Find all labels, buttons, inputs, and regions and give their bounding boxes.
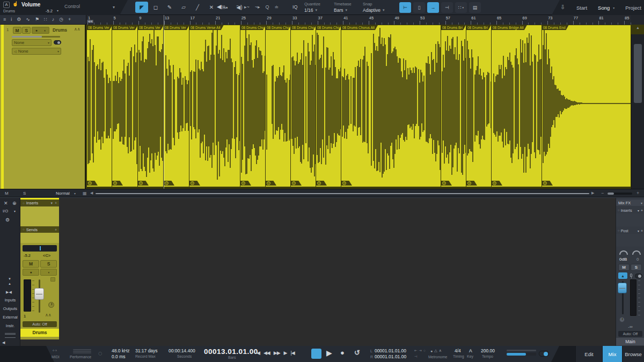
- rail-tab-outputs[interactable]: Outputs: [0, 306, 20, 311]
- zoom-out-icon[interactable]: −: [601, 190, 604, 196]
- close-icon[interactable]: ✕: [4, 201, 8, 206]
- macro-control-block[interactable]: A ☝ Volume Drums -5.2 ▾ Control ▾: [0, 0, 128, 15]
- input-monitor-toggle[interactable]: [54, 40, 61, 45]
- channel-name-label[interactable]: Drums: [20, 329, 59, 337]
- scroll-right-icon[interactable]: ▶: [591, 191, 594, 195]
- automation-icon[interactable]: ∿: [26, 17, 30, 22]
- position-unit-label[interactable]: Bars: [228, 356, 236, 359]
- eraser-tool[interactable]: ▱: [177, 2, 190, 13]
- pan-control[interactable]: [23, 245, 57, 252]
- key-value[interactable]: A: [469, 348, 472, 353]
- main-fader[interactable]: [618, 283, 627, 293]
- global-mute-button[interactable]: M: [5, 191, 9, 196]
- main-inserts-header[interactable]: ○ Inserts ▾ +: [616, 207, 644, 213]
- track-mute-button[interactable]: M: [13, 27, 21, 34]
- snap-dropdown[interactable]: Snap Adaptive▾: [363, 2, 385, 13]
- mute-tool[interactable]: ✕: [205, 2, 218, 13]
- monitor-icon[interactable]: ◖: [43, 28, 46, 32]
- main-monitor-button[interactable]: ▲: [618, 272, 627, 279]
- audio-clip[interactable]: 08 Drums Cho0: [316, 25, 341, 187]
- tempo-icon[interactable]: ◷: [59, 17, 63, 22]
- return-to-zero-button[interactable]: |◀: [291, 350, 295, 356]
- main-solo-button[interactable]: S: [631, 264, 642, 271]
- wrench-icon[interactable]: ⚙: [5, 217, 10, 223]
- main-inserts-list[interactable]: [616, 213, 644, 226]
- time-unit-label[interactable]: Seconds: [177, 354, 192, 358]
- audio-clip[interactable]: 08 Drums Bridge Alt0: [492, 25, 542, 187]
- chevron-down-icon[interactable]: ▾: [638, 229, 639, 233]
- nudge-left-button[interactable]: ◀: [257, 350, 260, 356]
- audio-clip[interactable]: 08 Drums Ver0: [87, 25, 112, 187]
- audio-clip[interactable]: 08 Drums End0: [542, 25, 631, 187]
- channel-record-button[interactable]: ●: [23, 269, 39, 276]
- audio-clip[interactable]: 08 Drums Ver0: [112, 25, 138, 187]
- page-button-project[interactable]: Project: [620, 0, 644, 15]
- scroll-up-icon[interactable]: ▲: [636, 26, 640, 29]
- film-strip-button[interactable]: ▤: [469, 2, 481, 13]
- zoom-in-icon[interactable]: +: [636, 190, 639, 196]
- inserts-header[interactable]: ○ Inserts ▾ +: [20, 200, 59, 206]
- automation-mode-icon[interactable]: A: [3, 2, 10, 8]
- paint-tool[interactable]: ╱: [191, 2, 204, 13]
- horizontal-scroll-thumb[interactable]: [96, 193, 589, 194]
- metronome-volume-icon[interactable]: ●: [430, 349, 433, 353]
- collapse-up-icon[interactable]: ▲: [8, 282, 11, 285]
- channel-pan-value[interactable]: <C>: [43, 253, 50, 258]
- add-track-icon[interactable]: +: [68, 17, 71, 22]
- vertical-scrollbar[interactable]: ▲: [631, 34, 644, 189]
- zoom-slider[interactable]: [608, 193, 632, 195]
- page-button-start[interactable]: Start: [571, 0, 592, 15]
- sends-list[interactable]: [20, 233, 59, 243]
- main-name-label[interactable]: Main: [616, 338, 644, 345]
- main-gain-right-value[interactable]: 0: [636, 257, 639, 262]
- track-input-dropdown[interactable]: None ▾: [12, 39, 52, 46]
- main-knob-right[interactable]: [632, 250, 641, 255]
- automation-mode-button[interactable]: Auto: Off: [23, 321, 57, 327]
- help-icon[interactable]: ?: [236, 4, 239, 10]
- inserts-list[interactable]: [20, 206, 59, 226]
- main-mono-knob[interactable]: [619, 317, 625, 322]
- edit-view-button[interactable]: Edit: [575, 346, 602, 362]
- main-knob-left[interactable]: [619, 250, 628, 255]
- audio-clip[interactable]: 08 Drums Ver0: [164, 25, 189, 187]
- record-button[interactable]: ●: [340, 349, 345, 357]
- info-icon[interactable]: i: [11, 17, 12, 22]
- rail-tab-external[interactable]: External: [0, 315, 20, 320]
- layers-icon[interactable]: ∷: [44, 17, 47, 22]
- page-button-song[interactable]: Song▾: [592, 0, 620, 15]
- audio-clip[interactable]: 08 Drums Cho0: [291, 25, 316, 187]
- power-icon[interactable]: ○: [618, 209, 620, 212]
- zoom-slider-thumb[interactable]: [608, 193, 614, 195]
- narrow-channels-icon[interactable]: ▶◀: [6, 290, 12, 294]
- loop-follow-icon[interactable]: ○: [423, 349, 426, 353]
- split-tool[interactable]: ✎: [163, 2, 176, 13]
- mix-view-button[interactable]: Mix: [602, 346, 622, 362]
- chevron-down-icon[interactable]: ▾: [638, 209, 639, 212]
- position-display[interactable]: 00013.01.01.00: [204, 348, 258, 356]
- channel-knob[interactable]: [48, 302, 54, 308]
- add-insert-icon[interactable]: +: [641, 209, 643, 212]
- play-button[interactable]: ▶: [326, 349, 332, 357]
- pin-icon[interactable]: ⊕: [12, 201, 17, 206]
- channel-monitor-button[interactable]: ◖: [40, 269, 57, 276]
- main-automation-button[interactable]: Auto: Off: [618, 331, 642, 337]
- browse-view-button[interactable]: Browse: [622, 346, 644, 362]
- hand-tool-icon[interactable]: ☝: [12, 1, 18, 6]
- chevron-down-icon[interactable]: ▾: [613, 6, 614, 10]
- note-icon[interactable]: ♪: [52, 17, 55, 22]
- snap-value[interactable]: Adaptive: [363, 8, 380, 13]
- mic-icon[interactable]: [630, 274, 632, 277]
- menu-icon[interactable]: ≡: [3, 17, 6, 22]
- track-output-dropdown[interactable]: ◁ None ▾: [12, 48, 61, 55]
- power-icon[interactable]: ○: [618, 229, 620, 232]
- global-solo-button[interactable]: S: [23, 191, 26, 196]
- main-mute-button[interactable]: M: [618, 264, 630, 271]
- loop-end-value[interactable]: 00001.01.01.00: [375, 354, 406, 359]
- main-gain-value[interactable]: 0dB: [619, 257, 627, 262]
- audio-clip[interactable]: 08 Drums Verse Alt0: [189, 25, 240, 187]
- quantize-dropdown[interactable]: Quantize 1/16▾: [304, 2, 320, 13]
- time-signature-marker[interactable]: 4/4: [87, 20, 93, 23]
- power-icon[interactable]: ○: [23, 202, 25, 205]
- audio-clip[interactable]: 08 Drums Bri0: [466, 25, 492, 187]
- macro-value[interactable]: -5.2: [46, 9, 53, 13]
